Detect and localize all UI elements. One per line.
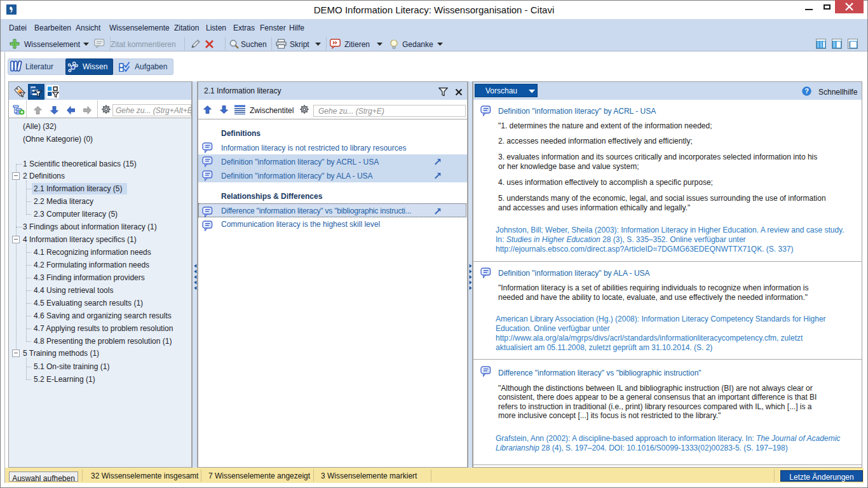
svg-text:?: ? xyxy=(804,87,809,95)
